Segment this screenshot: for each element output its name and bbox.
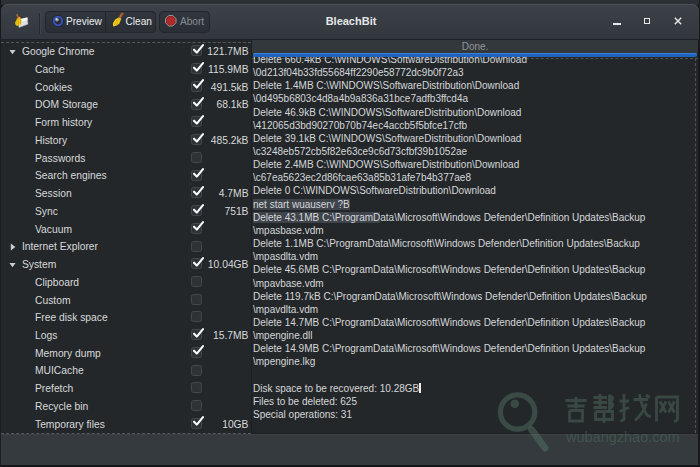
svg-text:wubangzhao.com: wubangzhao.com [565, 429, 680, 445]
